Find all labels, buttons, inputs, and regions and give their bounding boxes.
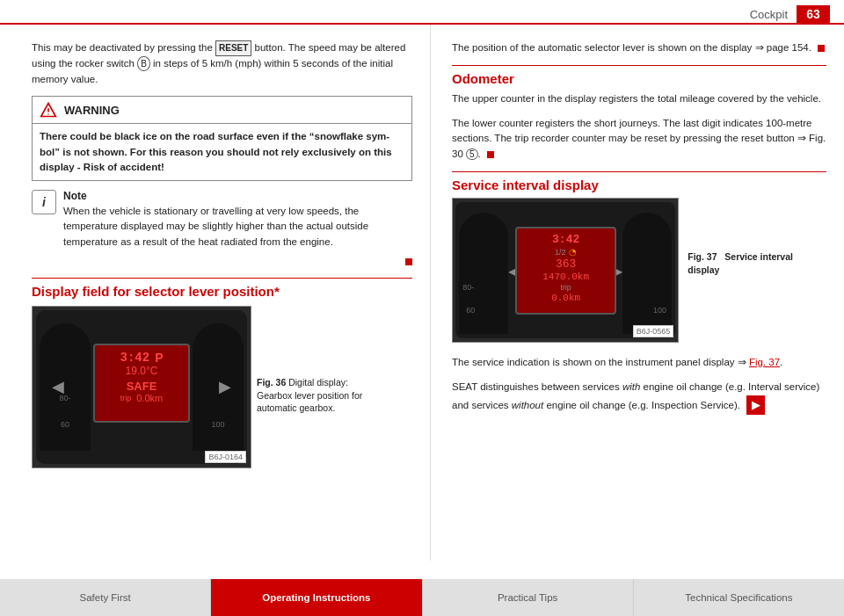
footer-operating-instructions[interactable]: Operating Instructions (211, 579, 422, 616)
svc-val1: 363 (556, 257, 576, 271)
left-column: This may be deactivated by pressing the … (0, 25, 431, 561)
service-figure-caption: Fig. 37 Service interval display (688, 250, 826, 281)
odometer-text2: The lower counter registers the short jo… (452, 116, 826, 163)
footer-technical-label: Technical Specifications (685, 592, 792, 603)
warning-triangle-icon (40, 101, 57, 119)
footer-practical-tips[interactable]: Practical Tips (423, 579, 634, 616)
page-number: 63 (797, 5, 830, 23)
right-intro-text: The position of the automatic selector l… (452, 40, 826, 56)
fig37-link[interactable]: Fig. 37 (749, 357, 780, 367)
service-screen: 3:42 1/2 ◔ 363 1470.0km tr (515, 227, 616, 315)
footer-practical-label: Practical Tips (498, 592, 557, 603)
info-icon: i (42, 195, 46, 209)
display-row-safe: SAFE (100, 377, 183, 393)
service-with-text: with (622, 381, 640, 392)
right-gauge: 100 (193, 323, 244, 451)
section-end-marker-odo (487, 151, 494, 158)
service-divider (452, 171, 826, 172)
svc-row-val3: trip (521, 283, 610, 292)
service-figure-tag: B6J-0565 (633, 325, 674, 337)
figure-caption: Fig. 36 Digital display: Gearbox lever p… (257, 376, 371, 415)
display-section-title: Display field for selector lever positio… (32, 284, 412, 299)
page-header: Cockpit 63 (0, 0, 844, 25)
section-title: Cockpit (750, 8, 788, 21)
service-caption-text: Fig. 37 Service interval display (688, 250, 826, 276)
section-end-marker (405, 258, 412, 265)
arrow-right-icon: ▶ (219, 377, 231, 396)
footer-technical-specs[interactable]: Technical Specifications (634, 579, 844, 616)
svc-row-icon: 1/2 ◔ (521, 247, 610, 257)
footer-safety-first[interactable]: Safety First (0, 579, 211, 616)
service-figure-area: 60 80- 100 ◀ ▶ 3:42 (452, 198, 826, 348)
display-row-time: 3:42 P (100, 351, 183, 365)
arrow-left-icon: ◀ (52, 377, 64, 396)
section-end-marker-right (818, 45, 825, 52)
svc-row-time: 3:42 (521, 233, 610, 246)
note-icon-wrap: i (32, 190, 56, 214)
display-time: 3:42 (120, 351, 150, 365)
display-km: 0.0km (136, 393, 163, 403)
svc-val3: 0.0km (551, 293, 580, 303)
figure-number: Fig. 36 (257, 377, 286, 388)
svc-row-val2: 1470.0km (521, 272, 610, 282)
figure-area: 60 80- 100 ◀ ▶ 3:42 P (32, 306, 412, 468)
display-screen: 3:42 P 19.0°C SAFE trip 0.0km (93, 344, 190, 423)
svc-time: 3:42 (552, 233, 579, 246)
rocker-switch-label: B (137, 56, 150, 72)
svc-row-val1: 363 (521, 257, 610, 271)
svc-val2: 1470.0km (542, 272, 589, 282)
reset-circle-5: 5 (466, 149, 478, 160)
service-title: Service interval display (452, 178, 826, 192)
display-trip-label: trip (120, 394, 132, 402)
next-arrow-button[interactable]: ▶ (746, 395, 765, 416)
display-temp: 19.0°C (126, 365, 158, 377)
footer-safety-label: Safety First (80, 592, 131, 603)
odometer-divider (452, 65, 826, 66)
svc-trip-label: trip (560, 283, 571, 292)
svc-row-val3-km: 0.0km (521, 293, 610, 303)
note-text: When the vehicle is stationary or travel… (63, 204, 412, 250)
odometer-text1: The upper counter in the display registe… (452, 91, 826, 107)
display-row-temp: 19.0°C (100, 365, 183, 377)
section-divider (32, 278, 412, 279)
reset-button-label: RESET (215, 40, 251, 56)
note-title: Note (63, 190, 412, 202)
service-text1: The service indication is shown on the i… (452, 355, 826, 371)
service-left-gauge: 60 80- (459, 213, 508, 334)
service-cluster: 60 80- 100 ◀ ▶ 3:42 (455, 202, 675, 338)
warning-label: WARNING (64, 104, 120, 117)
main-content: This may be deactivated by pressing the … (0, 25, 844, 561)
right-column: The position of the automatic selector l… (431, 25, 844, 561)
left-gauge: 60 80- (40, 323, 91, 451)
service-right-gauge: 100 (622, 213, 672, 334)
service-figure-image: 60 80- 100 ◀ ▶ 3:42 (452, 198, 679, 343)
warning-text: There could be black ice on the road sur… (40, 131, 392, 172)
service-without-text: without (512, 400, 543, 410)
service-fig-num: Fig. 37 (688, 251, 717, 262)
display-row-trip: trip 0.0km (100, 393, 183, 403)
footer: Safety First Operating Instructions Prac… (0, 579, 844, 616)
svc-oil-icon: ◔ (569, 247, 577, 257)
intro-text: This may be deactivated by pressing the … (32, 40, 412, 87)
display-gear: P (155, 351, 163, 365)
figure-image: 60 80- 100 ◀ ▶ 3:42 P (32, 306, 251, 468)
display-safe: SAFE (127, 380, 157, 393)
warning-box: WARNING There could be black ice on the … (32, 96, 412, 181)
footer-operating-label: Operating Instructions (262, 592, 370, 603)
instrument-cluster: 60 80- 100 ◀ ▶ 3:42 P (36, 310, 247, 464)
odometer-title: Odometer (452, 71, 826, 86)
warning-body: There could be black ice on the road sur… (33, 124, 411, 180)
note-box: i Note When the vehicle is stationary or… (32, 190, 412, 250)
figure-tag: B6J-0164 (205, 451, 246, 463)
svc-half-icon: 1/2 (555, 248, 566, 257)
service-text2: SEAT distinguishes between services with… (452, 380, 826, 415)
svg-point-1 (47, 114, 48, 115)
note-content: Note When the vehicle is stationary or t… (63, 190, 412, 250)
warning-header: WARNING (33, 97, 411, 124)
